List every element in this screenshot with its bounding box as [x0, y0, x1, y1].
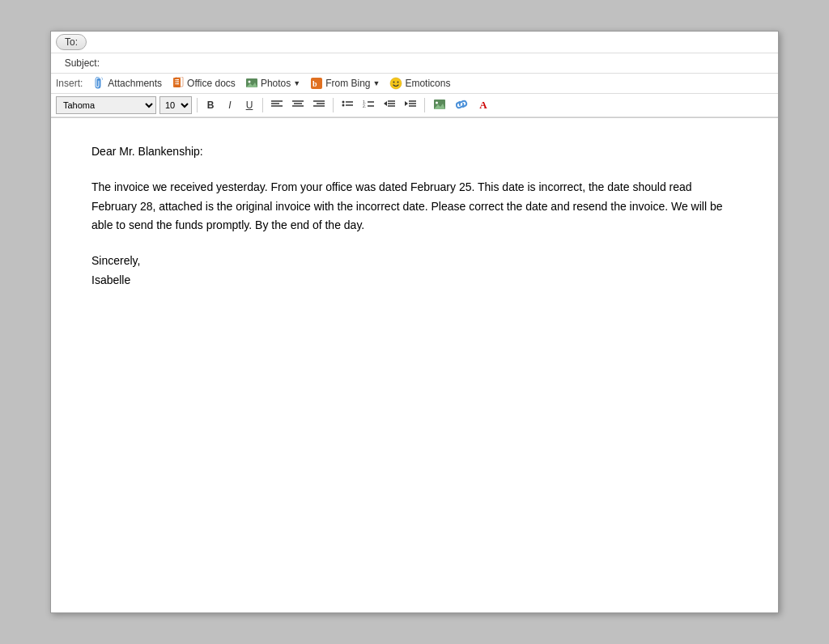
- underline-button[interactable]: U: [241, 98, 257, 112]
- subject-label: Subject:: [56, 57, 104, 69]
- align-right-button[interactable]: [310, 98, 328, 112]
- svg-marker-34: [405, 101, 408, 106]
- photos-arrow: ▼: [293, 79, 300, 87]
- toolbar-divider-2: [262, 98, 263, 112]
- align-right-icon: [313, 100, 325, 108]
- attachments-label: Attachments: [108, 78, 162, 89]
- increase-indent-icon: [405, 100, 416, 108]
- office-docs-icon: [172, 77, 185, 90]
- svg-text:2.: 2.: [363, 104, 366, 108]
- increase-indent-button[interactable]: [402, 98, 419, 112]
- align-left-icon: [271, 100, 283, 108]
- align-center-icon: [292, 100, 304, 108]
- link-button[interactable]: [453, 97, 472, 114]
- image-button[interactable]: [430, 97, 449, 114]
- toolbar-divider-1: [197, 98, 198, 112]
- from-bing-label: From Bing: [325, 78, 370, 89]
- emoticons-label: Emoticons: [405, 78, 450, 89]
- bullet-list-icon: [342, 100, 353, 108]
- attachments-button[interactable]: Attachments: [89, 76, 165, 91]
- font-select[interactable]: Tahoma Arial Times New Roman: [56, 96, 156, 114]
- email-compose-window: To: Subject: Insert: Attachments: [50, 31, 779, 613]
- bold-button[interactable]: B: [202, 98, 219, 112]
- insert-row: Insert: Attachments Office docs: [51, 74, 778, 94]
- to-input[interactable]: [87, 35, 773, 49]
- unordered-list-button[interactable]: [338, 98, 356, 112]
- link-icon: [456, 99, 469, 110]
- formatting-toolbar: Tahoma Arial Times New Roman 10 12 14 16…: [51, 94, 778, 117]
- svg-rect-0: [173, 78, 181, 87]
- numbered-list-icon: 1. 2.: [363, 100, 374, 108]
- font-color-a: A: [479, 99, 487, 111]
- decrease-indent-button[interactable]: [380, 98, 398, 112]
- attachment-icon: [92, 77, 105, 90]
- svg-marker-30: [384, 101, 387, 106]
- office-docs-button[interactable]: Office docs: [168, 76, 239, 91]
- svg-point-23: [342, 104, 345, 107]
- from-bing-arrow: ▼: [373, 79, 380, 87]
- photos-label: Photos: [261, 78, 291, 89]
- svg-point-12: [397, 82, 399, 83]
- closing: Sincerely,Isabelle: [91, 252, 738, 290]
- svg-point-10: [390, 78, 402, 89]
- email-header: To: Subject: Insert: Attachments: [51, 32, 778, 118]
- svg-point-22: [342, 101, 345, 104]
- from-bing-button[interactable]: b From Bing ▼: [307, 76, 383, 91]
- email-body-content: Dear Mr. Blankenship: The invoice we rec…: [91, 142, 738, 290]
- email-body-area[interactable]: Dear Mr. Blankenship: The invoice we rec…: [51, 118, 778, 571]
- italic-button[interactable]: I: [222, 98, 238, 112]
- photos-icon: [245, 77, 258, 90]
- decrease-indent-icon: [384, 100, 395, 108]
- toolbar-divider-3: [333, 98, 334, 112]
- photos-button[interactable]: Photos ▼: [242, 76, 304, 91]
- align-left-button[interactable]: [268, 98, 286, 112]
- image-icon: [433, 99, 446, 110]
- to-button[interactable]: To:: [56, 34, 87, 50]
- font-size-select[interactable]: 10 12 14 16: [159, 96, 192, 114]
- font-color-button[interactable]: A: [475, 97, 491, 113]
- svg-point-39: [436, 101, 438, 104]
- svg-point-11: [393, 82, 395, 83]
- from-bing-icon: b: [310, 77, 323, 90]
- greeting: Dear Mr. Blankenship:: [91, 142, 738, 162]
- toolbar-divider-4: [424, 98, 425, 112]
- emoticons-icon: [389, 77, 402, 90]
- ordered-list-button[interactable]: 1. 2.: [359, 98, 377, 112]
- insert-label: Insert:: [56, 78, 83, 89]
- svg-text:b: b: [312, 79, 317, 88]
- emoticons-button[interactable]: Emoticons: [386, 76, 453, 91]
- body-paragraph: The invoice we received yesterday. From …: [91, 178, 738, 235]
- svg-point-6: [248, 81, 250, 83]
- subject-input[interactable]: [104, 56, 773, 70]
- subject-row: Subject:: [51, 53, 778, 74]
- align-center-button[interactable]: [289, 98, 307, 112]
- to-row: To:: [51, 32, 778, 53]
- office-docs-label: Office docs: [187, 78, 236, 89]
